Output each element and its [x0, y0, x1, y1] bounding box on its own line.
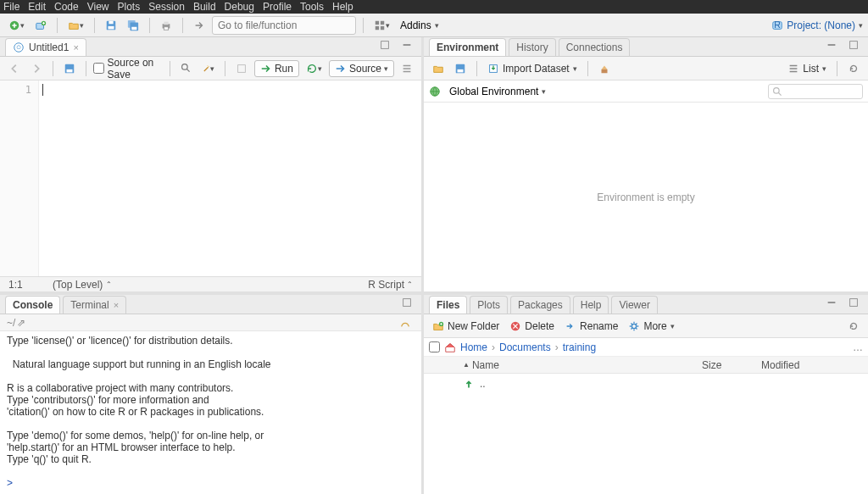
svg-rect-34	[601, 69, 607, 72]
svg-rect-21	[403, 44, 411, 46]
toolbar-separator	[57, 18, 58, 33]
menu-debug[interactable]: Debug	[225, 1, 254, 13]
goto-file-function-input[interactable]	[212, 16, 356, 35]
refresh-files-icon[interactable]	[844, 317, 863, 336]
files-toolbar: New Folder Delete Rename More▾	[424, 314, 868, 338]
source-on-save-checkbox[interactable]	[93, 63, 104, 74]
restore-pane-icon[interactable]	[398, 293, 416, 312]
tab-packages[interactable]: Packages	[510, 296, 570, 314]
file-row-up[interactable]: ..	[429, 376, 863, 391]
rename-icon	[565, 320, 576, 332]
run-button[interactable]: Run	[254, 60, 299, 77]
collapse-pane-icon[interactable]	[822, 36, 841, 54]
breadcrumb-documents[interactable]: Documents	[499, 341, 551, 353]
view-mode-button[interactable]: List▾	[784, 63, 830, 75]
tab-history[interactable]: History	[509, 38, 555, 56]
toolbar-separator	[363, 18, 364, 33]
open-env-icon[interactable]	[429, 59, 448, 78]
breadcrumb-home[interactable]: Home	[460, 341, 487, 353]
project-menu[interactable]: R Project: (None) ▾	[771, 19, 863, 31]
new-folder-button[interactable]: New Folder	[429, 320, 503, 332]
grid-icon[interactable]: ▾	[370, 16, 393, 35]
tab-console[interactable]: Console	[5, 296, 60, 314]
new-project-button[interactable]	[31, 16, 50, 35]
svg-rect-20	[381, 42, 389, 49]
collapse-pane-icon[interactable]	[398, 36, 416, 54]
tab-environment[interactable]: Environment	[429, 38, 506, 56]
restore-pane-icon[interactable]	[844, 36, 863, 54]
clear-console-icon[interactable]	[396, 314, 415, 332]
knit-icon[interactable]	[232, 59, 251, 78]
clear-env-icon[interactable]	[595, 59, 614, 78]
menu-help[interactable]: Help	[332, 1, 353, 13]
save-all-button[interactable]	[124, 16, 142, 35]
source-button[interactable]: Source ▾	[329, 60, 394, 77]
rename-button[interactable]: Rename	[561, 320, 621, 332]
back-icon[interactable]	[5, 59, 24, 78]
menu-plots[interactable]: Plots	[118, 1, 141, 13]
find-icon[interactable]	[177, 59, 196, 78]
col-name[interactable]: ▲Name	[429, 359, 702, 371]
forward-icon[interactable]	[27, 59, 46, 78]
menu-view[interactable]: View	[87, 1, 109, 13]
collapse-pane-icon[interactable]	[822, 293, 841, 312]
env-scope-selector[interactable]: Global Environment▾	[446, 86, 549, 97]
save-env-icon[interactable]	[451, 59, 470, 78]
svg-rect-12	[376, 20, 379, 24]
close-tab-icon[interactable]: ×	[114, 300, 119, 310]
editor-body[interactable]	[39, 80, 421, 276]
path-more-icon[interactable]: …	[853, 341, 863, 353]
source-statusbar: 1:1 (Top Level) ⌃ R Script ⌃	[0, 276, 421, 291]
tab-files[interactable]: Files	[429, 296, 467, 314]
console-expand-icon[interactable]: ⇗	[17, 317, 25, 329]
print-button[interactable]	[157, 16, 175, 35]
console-output[interactable]: Type 'license()' or 'licence()' for dist…	[0, 331, 421, 494]
tab-viewer[interactable]: Viewer	[611, 296, 657, 314]
menu-build[interactable]: Build	[193, 1, 216, 13]
close-tab-icon[interactable]: ×	[73, 42, 78, 53]
menu-code[interactable]: Code	[54, 1, 79, 13]
save-button[interactable]	[102, 16, 120, 35]
scope-label[interactable]: (Top Level) ⌃	[49, 279, 115, 291]
rerun-icon[interactable]: ▾	[303, 59, 326, 78]
refresh-icon[interactable]	[844, 59, 863, 78]
environment-pane: Environment History Connections Import D…	[424, 37, 868, 291]
save-source-button[interactable]	[60, 59, 79, 78]
restore-pane-icon[interactable]	[844, 293, 863, 312]
menu-session[interactable]: Session	[148, 1, 185, 13]
svg-rect-14	[376, 25, 379, 29]
home-icon[interactable]	[444, 341, 456, 353]
new-file-button[interactable]: ▾	[5, 16, 28, 35]
chevron-down-icon: ▾	[859, 21, 863, 30]
more-button[interactable]: More▾	[625, 320, 677, 332]
outline-icon[interactable]	[398, 59, 416, 78]
tab-help[interactable]: Help	[573, 296, 609, 314]
menu-profile[interactable]: Profile	[263, 1, 292, 13]
cursor-position: 1:1	[8, 279, 49, 291]
svg-text:R: R	[775, 19, 782, 30]
breadcrumb-training[interactable]: training	[563, 341, 596, 353]
col-size[interactable]: Size	[702, 359, 761, 371]
open-file-button[interactable]: ▾	[64, 16, 87, 35]
file-type-label[interactable]: R Script	[368, 279, 404, 291]
import-dataset-button[interactable]: Import Dataset▾	[484, 63, 581, 75]
code-editor[interactable]: 1	[0, 80, 421, 276]
col-modified[interactable]: Modified	[761, 359, 863, 371]
menu-tools[interactable]: Tools	[300, 1, 324, 13]
delete-button[interactable]: Delete	[506, 320, 558, 332]
menu-edit[interactable]: Edit	[28, 1, 46, 13]
chevron-down-icon: ▾	[435, 21, 439, 30]
go-to-arrow-icon[interactable]	[190, 16, 209, 35]
menu-file[interactable]: File	[3, 1, 19, 13]
tab-connections[interactable]: Connections	[559, 38, 631, 56]
restore-pane-icon[interactable]	[376, 36, 394, 54]
source-tab-untitled[interactable]: ○ Untitled1 ×	[5, 38, 86, 56]
wand-icon[interactable]: ▾	[199, 59, 219, 78]
select-all-checkbox[interactable]	[429, 341, 440, 352]
tab-terminal[interactable]: Terminal×	[63, 296, 126, 314]
svg-point-24	[182, 64, 188, 70]
addins-button[interactable]: Addins ▾	[397, 19, 442, 31]
project-label: Project: (None)	[787, 19, 855, 31]
env-empty-label: Environment is empty	[597, 191, 694, 203]
tab-plots[interactable]: Plots	[470, 296, 508, 314]
